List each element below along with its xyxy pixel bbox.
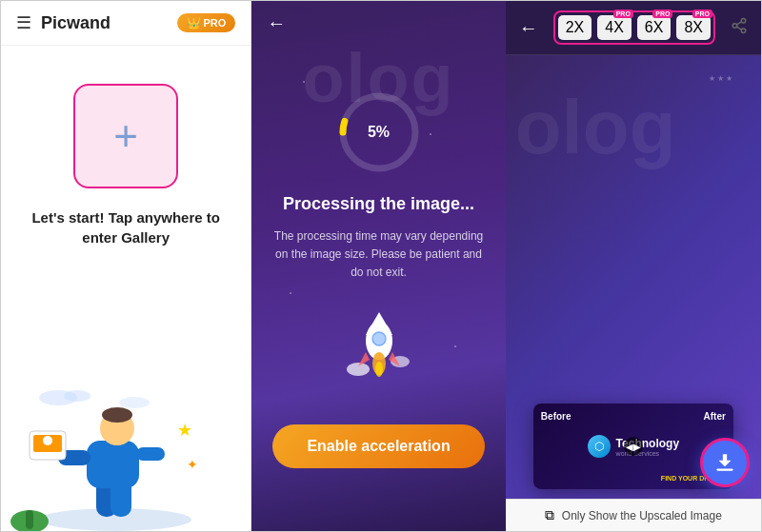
before-after-inner: Before After ⬡ Technology world Services: [533, 404, 733, 489]
layers-icon: ⧉: [545, 507, 554, 523]
svg-point-12: [43, 436, 52, 445]
svg-line-29: [736, 27, 741, 30]
left-header: ☰ Picwand 👑 PRO: [1, 1, 251, 46]
preview-bg-text: olog: [515, 84, 676, 171]
preview-area: olog ★ ★ ★ Before After ⬡: [506, 55, 761, 499]
scale-6x-label: 6X: [645, 19, 664, 35]
svg-rect-6: [87, 441, 139, 488]
before-label: Before: [541, 411, 572, 422]
enable-acceleration-button[interactable]: Enable acceleration: [272, 424, 484, 468]
middle-panel: ← olog: [251, 1, 505, 531]
pro-badge[interactable]: 👑 PRO: [177, 13, 236, 32]
app-container: ☰ Picwand 👑 PRO + Let's start! Tap anywh…: [0, 0, 762, 532]
svg-text:✦: ✦: [187, 457, 198, 472]
illustration-area: ★ ✦: [1, 379, 251, 531]
share-icon: [731, 17, 748, 34]
svg-line-30: [736, 21, 741, 24]
scale-6x-btn[interactable]: PRO 6X: [637, 15, 672, 40]
processing-title: Processing the image...: [283, 194, 474, 214]
progress-text: 5%: [368, 124, 390, 141]
svg-text:★: ★: [177, 421, 192, 440]
svg-point-25: [375, 362, 383, 377]
rocket-illustration: [341, 305, 417, 402]
only-show-label: Only Show the Upscaled Image: [562, 509, 722, 522]
ba-logo-icon: ⬡: [594, 440, 604, 453]
progress-ring: 5%: [336, 89, 422, 175]
person-illustration: ★ ✦: [1, 379, 230, 531]
pro-tag-4x: PRO: [613, 10, 633, 18]
rocket-svg: [341, 305, 417, 390]
hamburger-icon[interactable]: ☰: [16, 12, 31, 33]
scale-4x-label: 4X: [605, 19, 624, 35]
scale-4x-btn[interactable]: PRO 4X: [597, 15, 632, 40]
splitter-icon: ◀▶: [626, 442, 641, 452]
right-header: ← 2X PRO 4X PRO 6X PRO 8X: [506, 1, 761, 55]
ba-logo-circle: ⬡: [588, 435, 611, 458]
pro-badge-label: PRO: [204, 17, 227, 29]
star-decoration: ★ ★ ★: [709, 74, 732, 83]
scale-8x-btn[interactable]: PRO 8X: [676, 15, 711, 40]
right-footer: ⧉ Only Show the Upscaled Image: [506, 499, 761, 531]
pro-tag-8x: PRO: [692, 10, 712, 18]
left-content: + Let's start! Tap anywhere to enter Gal…: [1, 46, 251, 379]
scale-options: 2X PRO 4X PRO 6X PRO 8X: [553, 10, 715, 45]
after-label: After: [704, 411, 726, 422]
pro-tag-6x: PRO: [652, 10, 672, 18]
splitter-handle[interactable]: ◀▶: [624, 437, 643, 456]
scale-8x-label: 8X: [684, 19, 703, 35]
plus-icon: +: [113, 115, 138, 157]
processing-description: The processing time may vary depending o…: [271, 227, 486, 283]
scale-2x-btn[interactable]: 2X: [558, 15, 592, 40]
left-panel: ☰ Picwand 👑 PRO + Let's start! Tap anywh…: [1, 1, 251, 531]
add-label: Let's start! Tap anywhere to enter Galle…: [20, 207, 231, 247]
svg-point-23: [372, 332, 386, 345]
download-button[interactable]: [700, 438, 750, 487]
svg-point-8: [102, 407, 132, 423]
download-icon: [712, 450, 737, 475]
svg-point-20: [347, 363, 370, 376]
right-main: olog ★ ★ ★ Before After ⬡: [506, 55, 761, 531]
svg-rect-16: [26, 510, 33, 529]
right-back-button[interactable]: ←: [519, 17, 538, 39]
share-button[interactable]: [731, 17, 748, 39]
scale-2x-label: 2X: [566, 19, 585, 35]
svg-point-1: [64, 390, 90, 402]
svg-rect-31: [716, 469, 732, 471]
crown-icon: 👑: [187, 16, 201, 30]
middle-content: 5% Processing the image... The processin…: [251, 46, 505, 531]
app-title: Picwand: [41, 13, 177, 33]
svg-rect-13: [136, 447, 165, 461]
add-image-button[interactable]: +: [73, 84, 178, 188]
svg-point-2: [119, 397, 150, 408]
before-after-widget[interactable]: Before After ⬡ Technology world Services: [533, 404, 733, 489]
right-panel: ← 2X PRO 4X PRO 6X PRO 8X: [506, 1, 761, 531]
